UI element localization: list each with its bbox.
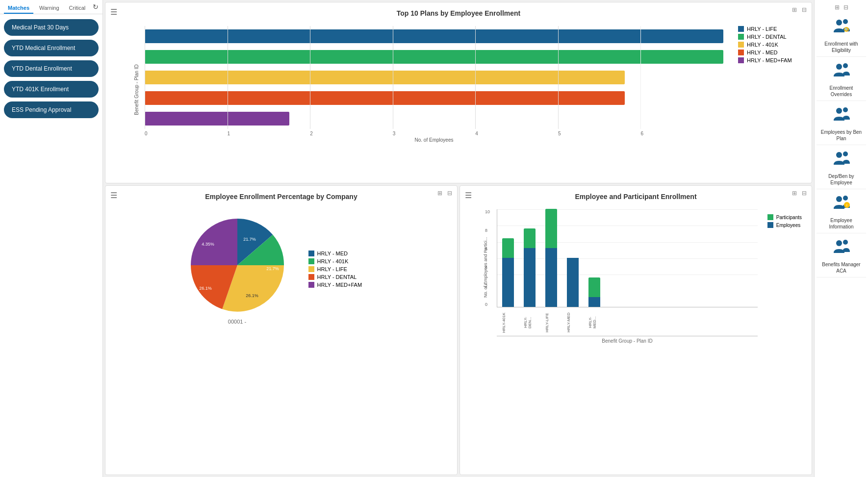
employees-ben-plan-icon <box>833 106 850 127</box>
bar-group-401k <box>502 238 514 307</box>
pie-chart-legend: HRLY - MED HRLY - 401K HRLY - LIFE <box>299 246 377 293</box>
bar-right-menu-icon[interactable]: ☰ <box>465 191 472 200</box>
svg-point-12 <box>843 107 848 112</box>
legend-participants: Participants <box>767 214 802 220</box>
legend-item-medfam: HRLY - MED+FAM <box>738 57 797 63</box>
panel-grid-icon[interactable]: ⊟ <box>801 5 808 14</box>
bar-group-dental <box>524 228 536 307</box>
tab-matches[interactable]: Matches <box>4 3 33 14</box>
bar-row-life <box>145 27 723 45</box>
action-dep-ben-employee[interactable]: Dep/Ben by Employee <box>817 147 866 189</box>
dep-ben-employee-icon <box>833 150 850 171</box>
enrollment-eligibility-icon: 🔍 <box>833 18 850 39</box>
x-label-life: HRLY-LIFE <box>545 311 557 334</box>
svg-text:21.7%: 21.7% <box>243 237 256 242</box>
panel-menu-icon[interactable]: ☰ <box>110 7 117 17</box>
svg-point-5 <box>836 20 842 25</box>
sidebar-item-ytd-dental[interactable]: YTD Dental Enrollment <box>4 60 99 77</box>
action-label-enrollment-eligibility: Enrollment with Eligibility <box>818 41 864 53</box>
r-expand-icon[interactable]: ⊞ <box>835 4 840 11</box>
action-label-employee-information: Employee Information <box>818 217 864 230</box>
pie-legend-life: HRLY - LIFE <box>308 266 367 272</box>
pie-expand-icon[interactable]: ⊞ <box>436 189 443 198</box>
bar-right-grid-icon[interactable]: ⊟ <box>801 189 808 198</box>
legend-item-401k: HRLY - 401K <box>738 42 797 48</box>
action-enrollment-eligibility[interactable]: 🔍 Enrollment with Eligibility <box>817 15 866 57</box>
svg-point-14 <box>843 151 848 156</box>
action-label-employees-ben-plan: Employees by Ben Plan <box>818 129 864 142</box>
right-sidebar: ⊞ ⊟ 🔍 Enrollment with Eligibility <box>814 0 868 477</box>
svg-point-10 <box>843 63 848 68</box>
sidebar-item-ess-pending[interactable]: ESS Pending Approval <box>4 101 99 118</box>
pie-chart-title: Employee Enrollment Percentage by Compan… <box>110 193 452 201</box>
bar-right-expand-icon[interactable]: ⊞ <box>791 189 798 198</box>
svg-text:🔍: 🔍 <box>844 27 848 32</box>
left-sidebar: Matches Warning Critical ↻ Medical Past … <box>0 0 103 477</box>
legend-item-life: HRLY - LIFE <box>738 26 797 32</box>
action-enrollment-overrides[interactable]: Enrollment Overrides <box>817 59 866 101</box>
sidebar-item-medical-past[interactable]: Medical Past 30 Days <box>4 19 99 36</box>
svg-point-13 <box>836 152 842 158</box>
x-label-med: HRLY-MED <box>566 311 578 334</box>
tab-critical[interactable]: Critical <box>65 3 90 14</box>
action-label-dep-ben-employee: Dep/Ben by Employee <box>818 173 864 186</box>
sidebar-tabs: Matches Warning Critical ↻ <box>0 0 102 14</box>
pie-grid-icon[interactable]: ⊟ <box>446 189 453 198</box>
legend-item-dental: HRLY - DENTAL <box>738 34 797 40</box>
refresh-icon[interactable]: ↻ <box>93 3 99 14</box>
bottom-charts-row: ☰ ⊞ ⊟ Employee Enrollment Percentage by … <box>105 185 812 475</box>
svg-text:26.1%: 26.1% <box>199 286 212 291</box>
action-employee-information[interactable]: i Employee Information <box>817 191 866 233</box>
sidebar-item-ytd-medical[interactable]: YTD Medical Enrollment <box>4 40 99 56</box>
pie-chart-panel: ☰ ⊞ ⊟ Employee Enrollment Percentage by … <box>105 185 458 475</box>
employee-information-icon: i <box>833 194 850 215</box>
svg-point-9 <box>836 64 842 70</box>
svg-point-11 <box>836 108 842 114</box>
x-label-dental: HRLY-DEN... <box>523 311 535 334</box>
svg-point-16 <box>843 196 848 201</box>
svg-point-19 <box>836 240 842 246</box>
pie-legend-medfam: HRLY - MED+FAM <box>308 282 367 288</box>
bar-row-dental <box>145 48 723 66</box>
svg-text:i: i <box>846 203 847 207</box>
action-label-benefits-manager-aca: Benefits Manager ACA <box>818 261 864 274</box>
legend-employees: Employees <box>767 222 802 228</box>
r-grid-icon[interactable]: ⊟ <box>843 4 848 11</box>
top-chart-y-label: Benefit Group - Plan ID <box>134 64 139 115</box>
bar-chart-right-title: Employee and Participant Enrollment <box>465 193 807 201</box>
bar-chart-right-panel: ☰ ⊞ ⊟ Employee and Participant Enrollmen… <box>460 185 812 475</box>
pie-legend-med: HRLY - MED <box>308 251 367 256</box>
bar-row-401k <box>145 69 723 86</box>
action-employees-ben-plan[interactable]: Employees by Ben Plan <box>817 103 866 145</box>
svg-point-6 <box>843 19 848 24</box>
pie-legend-401k: HRLY - 401K <box>308 258 367 264</box>
action-label-enrollment-overrides: Enrollment Overrides <box>818 85 864 98</box>
svg-point-15 <box>836 196 842 202</box>
bar-group-life <box>545 209 557 307</box>
bar-right-x-label: Benefit Group - Plan ID <box>497 336 758 344</box>
svg-point-20 <box>843 240 848 245</box>
pie-legend-dental: HRLY - DENTAL <box>308 274 367 280</box>
right-sidebar-header: ⊞ ⊟ <box>835 4 848 11</box>
panel-expand-icon[interactable]: ⊞ <box>791 5 798 14</box>
x-label-401k: HRLY-401K <box>502 311 513 334</box>
benefits-manager-aca-icon <box>833 238 850 259</box>
bar-row-med <box>145 89 723 107</box>
top-chart-x-label: No. of Employees <box>145 137 723 143</box>
center-content: ☰ ⊞ ⊟ Top 10 Plans by Employee Enrollmen… <box>103 0 814 477</box>
pie-menu-icon[interactable]: ☰ <box>110 191 117 200</box>
bar-group-medfam <box>588 277 600 307</box>
top-chart-legend: HRLY - LIFE HRLY - DENTAL HRLY - 401K HR… <box>728 21 807 158</box>
tab-warning[interactable]: Warning <box>35 3 63 14</box>
bar-right-legend: Participants Employees <box>767 214 802 228</box>
svg-text:26.1%: 26.1% <box>246 293 258 298</box>
svg-text:21.7%: 21.7% <box>266 266 279 271</box>
pie-chart-svg: 21.7% 21.7% 26.1% 26.1% 4.35% <box>186 214 289 317</box>
enrollment-overrides-icon <box>833 62 850 83</box>
x-label-medfam: HRLY-MED... <box>588 311 600 334</box>
action-benefits-manager-aca[interactable]: Benefits Manager ACA <box>817 235 866 277</box>
legend-item-med: HRLY - MED <box>738 50 797 55</box>
bar-group-med <box>567 258 579 307</box>
sidebar-item-ytd-401k[interactable]: YTD 401K Enrollment <box>4 81 99 98</box>
svg-text:4.35%: 4.35% <box>202 242 214 247</box>
